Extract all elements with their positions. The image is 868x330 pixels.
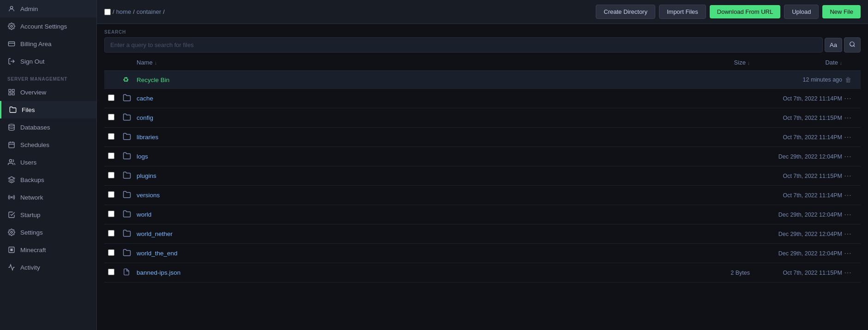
row-checkbox[interactable] (108, 114, 114, 120)
table-row[interactable]: versionsOct 7th, 2022 11:14PM⋯ (104, 186, 861, 205)
row-checkbox[interactable] (108, 153, 114, 159)
row-checkbox[interactable] (108, 211, 114, 217)
sidebar-label-account-settings: Account Settings (20, 23, 67, 30)
search-input[interactable] (104, 37, 823, 53)
breadcrumb-container[interactable]: container (137, 8, 161, 15)
table-row[interactable]: logsDec 29th, 2022 12:04PM⋯ (104, 147, 861, 166)
file-name-link[interactable]: world_the_end (137, 250, 178, 257)
sidebar-item-billing[interactable]: Billing Area (0, 35, 96, 53)
file-name-link[interactable]: Recycle Bin (137, 77, 169, 83)
row-actions-button[interactable]: ⋯ (842, 171, 853, 181)
file-name-link[interactable]: plugins (137, 172, 156, 179)
sidebar-item-settings[interactable]: Settings (0, 224, 96, 241)
row-actions-button[interactable]: ⋯ (842, 267, 853, 278)
search-submit-button[interactable] (844, 37, 861, 53)
row-actions-button[interactable]: ⋯ (842, 229, 853, 239)
row-checkbox[interactable] (108, 133, 114, 140)
folder-icon (123, 231, 131, 239)
svg-point-19 (850, 42, 854, 46)
download-from-url-button[interactable]: Download From URL (710, 5, 780, 18)
breadcrumb-home[interactable]: home (116, 8, 132, 15)
sidebar-label-backups: Backups (20, 177, 44, 183)
person-icon (7, 5, 16, 13)
file-size: 2 Bytes (694, 270, 750, 276)
import-files-button[interactable]: Import Files (659, 5, 706, 19)
signout-icon (7, 57, 16, 65)
sidebar-item-users[interactable]: Users (0, 153, 96, 171)
breadcrumb: / home / container / (104, 8, 165, 15)
file-date: Dec 29th, 2022 12:04PM (750, 250, 842, 257)
sidebar-item-backups[interactable]: Backups (0, 171, 96, 189)
table-row[interactable]: world_the_endDec 29th, 2022 12:04PM⋯ (104, 244, 861, 263)
row-actions-button[interactable]: ⋯ (842, 151, 853, 162)
sidebar-item-admin[interactable]: Admin (0, 0, 96, 18)
file-date: Oct 7th, 2022 11:15PM (750, 115, 842, 121)
row-actions-button[interactable]: ⋯ (842, 132, 853, 142)
sidebar-item-minecraft[interactable]: Minecraft (0, 241, 96, 259)
sidebar-item-overview[interactable]: Overview (0, 83, 96, 101)
table-row[interactable]: ♻Recycle Bin12 minutes ago🗑 (104, 71, 861, 89)
sidebar-item-startup[interactable]: Startup (0, 206, 96, 224)
file-name-link[interactable]: world_nether (137, 230, 173, 237)
row-checkbox[interactable] (108, 269, 114, 275)
row-checkbox[interactable] (108, 230, 114, 236)
create-directory-button[interactable]: Create Directory (596, 5, 655, 19)
row-actions-button[interactable]: ⋯ (842, 209, 853, 220)
folder-icon (123, 250, 131, 258)
sidebar: Admin Account Settings Billing Area Sign… (0, 0, 97, 330)
sidebar-label-network: Network (20, 194, 43, 201)
table-row[interactable]: pluginsOct 7th, 2022 11:15PM⋯ (104, 166, 861, 186)
row-actions-button[interactable]: ⋯ (842, 112, 853, 123)
sidebar-item-network[interactable]: Network (0, 189, 96, 206)
file-date: Oct 7th, 2022 11:14PM (750, 134, 842, 141)
row-checkbox[interactable] (108, 191, 114, 198)
search-row: Aa (104, 37, 861, 53)
file-name-link[interactable]: versions (137, 192, 160, 199)
date-sort-arrow[interactable]: ↓ (840, 60, 843, 65)
table-row[interactable]: worldDec 29th, 2022 12:04PM⋯ (104, 205, 861, 224)
delete-button[interactable]: 🗑 (842, 75, 854, 84)
svg-point-0 (10, 6, 12, 9)
table-row[interactable]: configOct 7th, 2022 11:15PM⋯ (104, 108, 861, 128)
file-date: Oct 7th, 2022 11:14PM (750, 192, 842, 199)
row-actions-button[interactable]: ⋯ (842, 190, 853, 200)
svg-point-9 (9, 124, 14, 126)
sidebar-label-minecraft: Minecraft (20, 247, 46, 253)
sidebar-item-schedules[interactable]: Schedules (0, 136, 96, 153)
upload-button[interactable]: Upload (784, 5, 819, 19)
sidebar-item-signout[interactable]: Sign Out (0, 53, 96, 70)
svg-rect-2 (8, 41, 14, 46)
file-date: Dec 29th, 2022 12:04PM (750, 153, 842, 160)
table-row[interactable]: world_netherDec 29th, 2022 12:04PM⋯ (104, 224, 861, 244)
file-name-link[interactable]: libraries (137, 134, 158, 141)
row-checkbox[interactable] (108, 94, 114, 101)
row-checkbox[interactable] (108, 249, 114, 256)
table-row[interactable]: banned-ips.json2 BytesOct 7th, 2022 11:1… (104, 263, 861, 283)
file-name-link[interactable]: config (137, 114, 153, 121)
row-checkbox[interactable] (108, 172, 114, 178)
new-file-button[interactable]: New File (822, 5, 861, 18)
folder-icon (123, 115, 131, 123)
svg-rect-10 (9, 142, 14, 148)
case-sensitive-button[interactable]: Aa (825, 38, 842, 52)
row-actions-button[interactable]: ⋯ (842, 93, 853, 104)
table-row[interactable]: cacheOct 7th, 2022 11:14PM⋯ (104, 89, 861, 108)
schedules-icon (7, 141, 16, 149)
sidebar-item-databases[interactable]: Databases (0, 118, 96, 136)
sidebar-label-signout: Sign Out (20, 58, 45, 65)
db-icon (7, 123, 16, 131)
table-row[interactable]: librariesOct 7th, 2022 11:14PM⋯ (104, 128, 861, 147)
row-actions-button[interactable]: ⋯ (842, 248, 853, 259)
sidebar-label-settings: Settings (20, 229, 43, 236)
select-all-checkbox[interactable] (104, 9, 111, 15)
file-name-link[interactable]: cache (137, 95, 153, 102)
sidebar-item-files[interactable]: Files (0, 101, 96, 118)
name-sort-arrow[interactable]: ↓ (155, 60, 157, 65)
sidebar-item-activity[interactable]: Activity (0, 259, 96, 276)
file-date: Dec 29th, 2022 12:04PM (750, 231, 842, 237)
file-name-link[interactable]: banned-ips.json (137, 269, 180, 276)
file-name-link[interactable]: world (137, 211, 151, 218)
file-name-link[interactable]: logs (137, 153, 148, 160)
sidebar-item-account-settings[interactable]: Account Settings (0, 18, 96, 35)
server-management-label: SERVER MANAGEMENT (0, 70, 96, 83)
